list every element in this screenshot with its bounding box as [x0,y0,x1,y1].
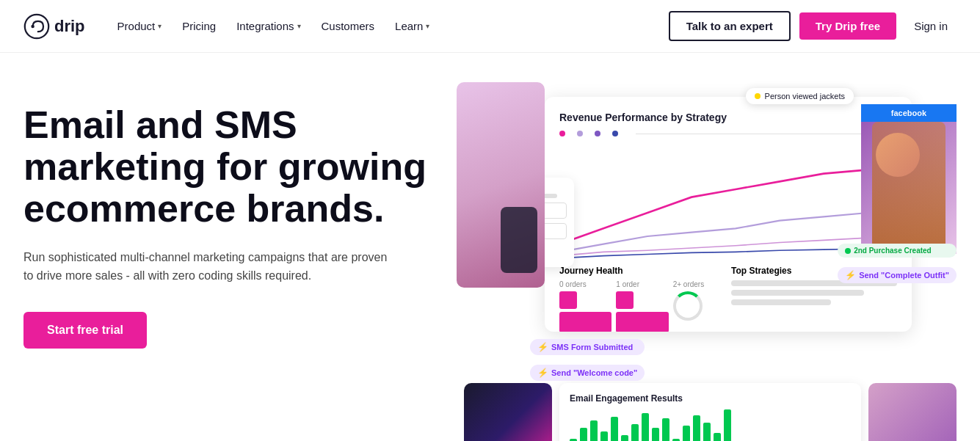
purchase-tag: 2nd Purchase Created [838,244,957,258]
bar-2 [580,428,587,441]
bar-5 [611,417,618,441]
chevron-down-icon: ▾ [426,22,429,30]
orders-0-bar [559,291,577,309]
chevron-down-icon: ▾ [158,22,161,30]
bottom-photo-right-gradient [868,383,957,441]
bar-4 [600,431,608,441]
email-engagement-card: Email Engagement Results [559,383,861,441]
logo-wordmark: drip [54,17,85,36]
lightning-icon: ⚡ [537,342,548,352]
strategy-bar-2 [731,290,864,296]
welcome-code-tag: ⚡ Send "Welcome code" [530,365,645,381]
facebook-card: facebook [861,104,957,254]
orders-2-donut [673,291,703,321]
lightning-icon-2: ⚡ [537,368,548,378]
svg-point-1 [31,24,35,28]
start-free-trial-button[interactable]: Start free trial [23,312,147,349]
legend-line [636,134,897,134]
nav-learn[interactable]: Learn ▾ [386,14,438,38]
bar-8 [642,413,649,441]
hero-subtitle: Run sophisticated multi-channel marketin… [23,248,391,285]
strategy-bar-3 [731,299,831,305]
try-drip-free-button[interactable]: Try Drip free [799,12,896,40]
bottom-photo-gradient [464,383,552,441]
bar-6 [621,435,628,441]
notification-dot [755,93,761,99]
left-photo-card [457,82,545,288]
orders-2-col: 2+ orders [673,280,725,332]
revenue-card: Revenue Performance by Strategy [545,97,912,332]
phone-mockup [501,207,537,273]
legend-dot-indigo [612,131,618,136]
bar-15 [714,433,721,441]
revenue-card-title: Revenue Performance by Strategy [559,112,897,123]
journey-health-title: Journey Health [559,266,725,276]
chart-legend [559,131,897,136]
orders-1-bar [616,291,634,309]
revenue-chart [559,142,897,260]
complete-outfit-tag: ⚡ Send "Complete Outfit" [838,267,957,283]
nav-product[interactable]: Product ▾ [109,14,171,38]
navigation: drip Product ▾ Pricing Integrations ▾ Cu… [0,0,980,53]
bar-12 [683,426,690,441]
notification-pill: Person viewed jackets [746,88,854,104]
journey-health: Journey Health 0 orders 1 order [559,266,725,332]
bar-3 [590,420,598,441]
orders-0-col: 0 orders [559,280,611,332]
email-results-title: Email Engagement Results [570,393,851,404]
hero-dashboard: Person viewed jackets Revenue Performanc… [464,82,957,441]
legend-dot-lavender [577,131,583,136]
svg-point-0 [25,14,48,37]
logo[interactable]: drip [23,13,85,40]
engagement-bars [570,409,851,441]
nav-links: Product ▾ Pricing Integrations ▾ Custome… [109,14,669,38]
bottom-row: Email Engagement Results [464,383,957,441]
orders-1-col: 1 order [616,280,668,332]
bar-13 [693,415,700,441]
bar-10 [662,418,669,441]
nav-customers[interactable]: Customers [313,14,384,38]
facebook-header: facebook [861,104,957,122]
hero-section: Email and SMS marketing for growing ecom… [0,53,980,441]
facebook-image [861,122,957,254]
lightning-icon-3: ⚡ [845,270,856,280]
legend-dot-pink [559,131,565,136]
chevron-down-icon: ▾ [297,22,301,30]
sms-tags: ⚡ SMS Form Submitted ⚡ Send "Welcome cod… [530,339,645,384]
sign-in-button[interactable]: Sign in [905,14,957,38]
orders-1-main-bar [616,312,668,332]
right-tags: 2nd Purchase Created ⚡ Send "Complete Ou… [838,244,957,287]
sms-form-tag: ⚡ SMS Form Submitted [530,339,645,355]
hero-left: Email and SMS marketing for growing ecom… [23,82,449,349]
journey-cols: 0 orders 1 order 2+ orders [559,280,725,332]
green-dot-icon [845,248,851,254]
bar-9 [652,428,659,441]
bar-7 [631,424,639,441]
nav-integrations[interactable]: Integrations ▾ [228,14,309,38]
nav-pricing[interactable]: Pricing [173,14,225,38]
nav-actions: Talk to an expert Try Drip free Sign in [669,11,957,41]
legend-dot-purple [595,131,600,136]
bottom-photo-left [464,383,552,441]
hero-title: Email and SMS marketing for growing ecom… [23,104,449,230]
bar-14 [703,423,711,441]
orders-0-main-bar [559,312,611,332]
person-head [876,133,920,177]
bar-16 [724,409,731,441]
talk-to-expert-button[interactable]: Talk to an expert [669,11,791,41]
bottom-photo-right [868,383,957,441]
